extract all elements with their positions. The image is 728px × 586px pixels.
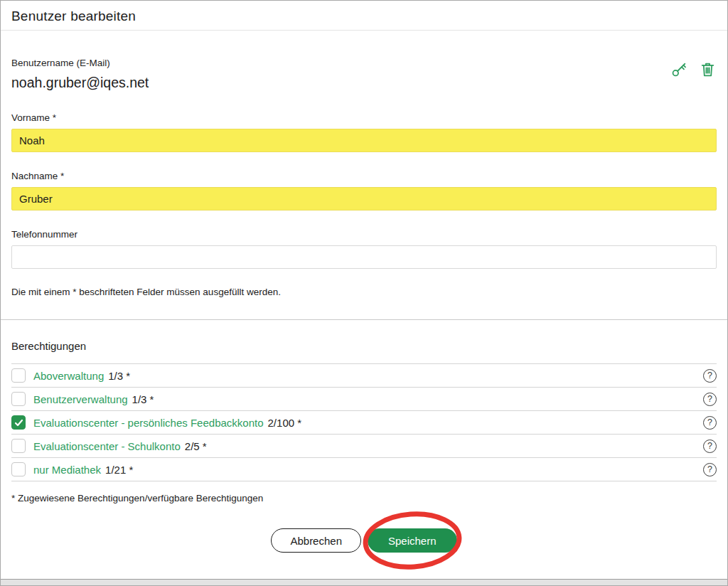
- vorname-label: Vorname *: [11, 112, 717, 123]
- trash-icon: [699, 70, 717, 80]
- permission-checkbox[interactable]: [11, 415, 26, 430]
- permission-link[interactable]: Evaluationscenter - persönliches Feedbac…: [33, 417, 264, 429]
- permission-row: Benutzerverwaltung 1/3 * ?: [11, 388, 717, 411]
- permissions-heading: Berechtigungen: [11, 340, 717, 352]
- telefonnummer-label: Telefonnummer: [11, 229, 717, 240]
- telefonnummer-input[interactable]: [11, 245, 717, 269]
- permission-link[interactable]: Evaluationscenter - Schulkonto: [33, 440, 181, 452]
- permission-count: 2/5 *: [185, 440, 207, 452]
- permission-row: Evaluationscenter - Schulkonto 2/5 * ?: [11, 435, 717, 458]
- cancel-button[interactable]: Abbrechen: [271, 528, 361, 553]
- save-button[interactable]: Speichern: [368, 528, 457, 553]
- window-bottom-edge: [0, 579, 728, 586]
- reset-password-button[interactable]: [670, 60, 688, 78]
- nachname-label: Nachname *: [11, 171, 717, 181]
- question-icon[interactable]: ?: [703, 440, 717, 453]
- checkmark-icon: [14, 418, 23, 427]
- permission-count: 2/100 *: [268, 417, 302, 429]
- permission-count: 1/3 *: [132, 393, 154, 405]
- question-icon[interactable]: ?: [703, 369, 717, 383]
- page-title: Benutzer bearbeiten: [0, 0, 728, 31]
- vorname-input[interactable]: [11, 129, 717, 152]
- permission-count: 1/3 *: [108, 370, 130, 382]
- delete-user-button[interactable]: [699, 60, 717, 78]
- username-label: Benutzername (E-Mail): [11, 58, 149, 68]
- required-fields-note: Die mit einem * beschrifteten Felder müs…: [11, 287, 717, 297]
- permission-link[interactable]: Aboverwaltung: [33, 370, 104, 382]
- permission-checkbox[interactable]: [11, 462, 26, 476]
- question-icon[interactable]: ?: [703, 463, 717, 476]
- permission-checkbox[interactable]: [11, 368, 26, 383]
- permission-checkbox[interactable]: [11, 392, 26, 406]
- key-icon: [670, 70, 688, 80]
- username-block: Benutzername (E-Mail) noah.gruber@iqes.n…: [11, 58, 149, 91]
- permissions-list: Aboverwaltung 1/3 * ? Benutzerverwaltung…: [11, 363, 717, 481]
- permission-row: nur Mediathek 1/21 * ?: [11, 458, 717, 481]
- permission-count: 1/21 *: [105, 464, 133, 476]
- permission-link[interactable]: Benutzerverwaltung: [33, 393, 128, 405]
- permission-checkbox[interactable]: [11, 439, 26, 453]
- permission-row: Evaluationscenter - persönliches Feedbac…: [11, 411, 717, 435]
- question-icon[interactable]: ?: [703, 416, 717, 430]
- permission-link[interactable]: nur Mediathek: [33, 464, 101, 476]
- permissions-footnote: * Zugewiesene Berechtigungen/verfügbare …: [11, 493, 717, 504]
- username-value: noah.gruber@iqes.net: [11, 75, 149, 91]
- section-divider: [0, 319, 728, 320]
- edit-user-form: Benutzername (E-Mail) noah.gruber@iqes.n…: [0, 58, 728, 553]
- question-icon[interactable]: ?: [703, 393, 717, 406]
- permission-row: Aboverwaltung 1/3 * ?: [11, 364, 717, 388]
- nachname-input[interactable]: [11, 187, 717, 211]
